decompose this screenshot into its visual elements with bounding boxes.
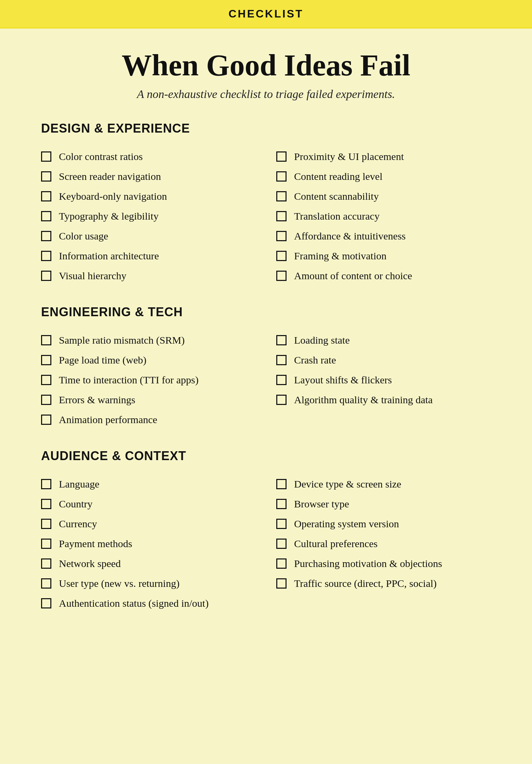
list-item[interactable]: Purchasing motivation & objections: [276, 554, 491, 574]
list-item[interactable]: Errors & warnings: [41, 390, 256, 410]
checkbox-icon[interactable]: [276, 539, 287, 549]
checkbox-icon[interactable]: [276, 271, 287, 281]
checkbox-icon[interactable]: [276, 558, 287, 569]
checkbox-icon[interactable]: [276, 375, 287, 385]
checkbox-icon[interactable]: [41, 335, 51, 345]
item-label: Operating system version: [294, 518, 399, 530]
checkbox-icon[interactable]: [276, 171, 287, 182]
list-item[interactable]: Traffic source (direct, PPC, social): [276, 574, 491, 593]
checklist-grid-design: Color contrast ratiosScreen reader navig…: [41, 147, 491, 286]
item-label: Device type & screen size: [294, 478, 401, 490]
item-label: Animation performance: [59, 414, 157, 426]
right-col-engineering: Loading stateCrash rateLayout shifts & f…: [276, 330, 491, 430]
checkbox-icon[interactable]: [276, 499, 287, 509]
list-item[interactable]: Algorithm quality & training data: [276, 390, 491, 410]
list-item[interactable]: Operating system version: [276, 514, 491, 534]
checkbox-icon[interactable]: [276, 395, 287, 405]
list-item[interactable]: Payment methods: [41, 534, 256, 554]
list-item[interactable]: Keyboard-only navigation: [41, 186, 256, 206]
checkbox-icon[interactable]: [41, 558, 51, 569]
list-item[interactable]: Currency: [41, 514, 256, 534]
checkbox-icon[interactable]: [276, 479, 287, 489]
checkbox-icon[interactable]: [41, 355, 51, 365]
checkbox-icon[interactable]: [41, 415, 51, 425]
list-item[interactable]: Network speed: [41, 554, 256, 574]
checkbox-icon[interactable]: [41, 171, 51, 182]
section-title-audience: AUDIENCE & CONTEXT: [41, 449, 491, 463]
checkbox-icon[interactable]: [276, 151, 287, 162]
list-item[interactable]: Authentication status (signed in/out): [41, 593, 256, 613]
item-label: Traffic source (direct, PPC, social): [294, 578, 437, 589]
list-item[interactable]: Cultural preferences: [276, 534, 491, 554]
checkbox-icon[interactable]: [276, 231, 287, 241]
item-label: Framing & motivation: [294, 250, 387, 262]
checkbox-icon[interactable]: [41, 479, 51, 489]
item-label: Loading state: [294, 334, 350, 346]
list-item[interactable]: Loading state: [276, 330, 491, 350]
checkbox-icon[interactable]: [41, 499, 51, 509]
section-title-engineering: ENGINEERING & TECH: [41, 305, 491, 319]
checkbox-icon[interactable]: [276, 251, 287, 261]
item-label: Information architecture: [59, 250, 159, 262]
checkbox-icon[interactable]: [41, 578, 51, 589]
list-item[interactable]: Visual hierarchy: [41, 266, 256, 286]
list-item[interactable]: Layout shifts & flickers: [276, 370, 491, 390]
section-audience: AUDIENCE & CONTEXTLanguageCountryCurrenc…: [41, 449, 491, 613]
item-label: Payment methods: [59, 538, 132, 550]
checkbox-icon[interactable]: [41, 375, 51, 385]
item-label: Country: [59, 498, 92, 510]
checkbox-icon[interactable]: [41, 231, 51, 241]
list-item[interactable]: Content reading level: [276, 167, 491, 186]
item-label: Color usage: [59, 230, 108, 242]
checkbox-icon[interactable]: [41, 251, 51, 261]
left-col-engineering: Sample ratio mismatch (SRM)Page load tim…: [41, 330, 256, 430]
checkbox-icon[interactable]: [276, 355, 287, 365]
checkbox-icon[interactable]: [276, 335, 287, 345]
list-item[interactable]: Translation accuracy: [276, 206, 491, 226]
checkbox-icon[interactable]: [41, 211, 51, 221]
item-label: Screen reader navigation: [59, 171, 161, 182]
checkbox-icon[interactable]: [41, 598, 51, 608]
list-item[interactable]: Proximity & UI placement: [276, 147, 491, 167]
section-design: DESIGN & EXPERIENCEColor contrast ratios…: [41, 121, 491, 286]
list-item[interactable]: Information architecture: [41, 246, 256, 266]
item-label: Network speed: [59, 558, 121, 569]
item-label: Keyboard-only navigation: [59, 190, 167, 202]
list-item[interactable]: Color contrast ratios: [41, 147, 256, 167]
item-label: Content scannability: [294, 190, 379, 202]
list-item[interactable]: Affordance & intuitiveness: [276, 226, 491, 246]
item-label: Purchasing motivation & objections: [294, 558, 442, 569]
list-item[interactable]: Amount of content or choice: [276, 266, 491, 286]
list-item[interactable]: Screen reader navigation: [41, 167, 256, 186]
checkbox-icon[interactable]: [41, 271, 51, 281]
checklist-grid-engineering: Sample ratio mismatch (SRM)Page load tim…: [41, 330, 491, 430]
list-item[interactable]: Animation performance: [41, 410, 256, 430]
item-label: Cultural preferences: [294, 538, 378, 550]
item-label: Browser type: [294, 498, 349, 510]
list-item[interactable]: Crash rate: [276, 350, 491, 370]
list-item[interactable]: Time to interaction (TTI for apps): [41, 370, 256, 390]
list-item[interactable]: Language: [41, 474, 256, 494]
list-item[interactable]: Browser type: [276, 494, 491, 514]
list-item[interactable]: Color usage: [41, 226, 256, 246]
checkbox-icon[interactable]: [276, 578, 287, 589]
item-label: Visual hierarchy: [59, 270, 126, 282]
list-item[interactable]: Sample ratio mismatch (SRM): [41, 330, 256, 350]
list-item[interactable]: Device type & screen size: [276, 474, 491, 494]
checkbox-icon[interactable]: [41, 519, 51, 529]
list-item[interactable]: Typography & legibility: [41, 206, 256, 226]
checkbox-icon[interactable]: [41, 539, 51, 549]
checkbox-icon[interactable]: [276, 211, 287, 221]
list-item[interactable]: Framing & motivation: [276, 246, 491, 266]
list-item[interactable]: User type (new vs. returning): [41, 574, 256, 593]
checkbox-icon[interactable]: [276, 519, 287, 529]
checkbox-icon[interactable]: [276, 191, 287, 201]
checkbox-icon[interactable]: [41, 151, 51, 162]
list-item[interactable]: Page load time (web): [41, 350, 256, 370]
item-label: Language: [59, 478, 99, 490]
list-item[interactable]: Country: [41, 494, 256, 514]
list-item[interactable]: Content scannability: [276, 186, 491, 206]
right-col-audience: Device type & screen sizeBrowser typeOpe…: [276, 474, 491, 613]
checkbox-icon[interactable]: [41, 395, 51, 405]
checkbox-icon[interactable]: [41, 191, 51, 201]
